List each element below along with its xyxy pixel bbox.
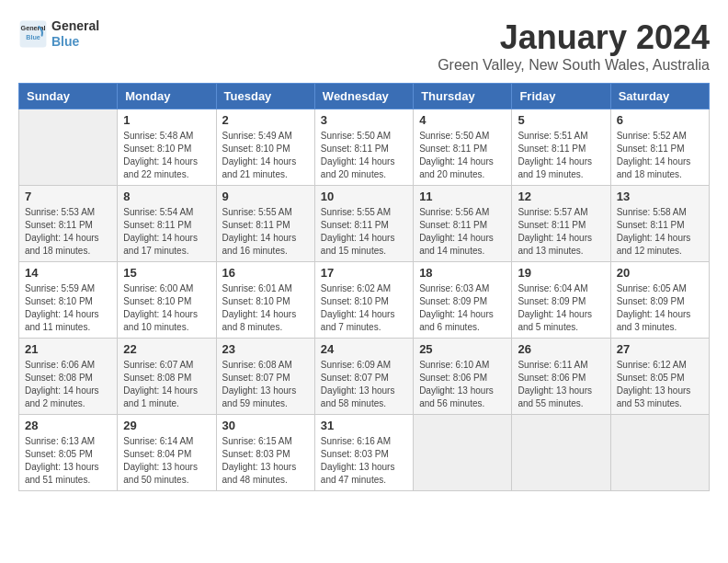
header-thursday: Thursday [414, 84, 512, 109]
day-number: 30 [222, 419, 309, 432]
calendar-cell: 22Sunrise: 6:07 AM Sunset: 8:08 PM Dayli… [118, 339, 216, 415]
week-row-3: 14Sunrise: 5:59 AM Sunset: 8:10 PM Dayli… [19, 262, 710, 339]
calendar-cell: 18Sunrise: 6:03 AM Sunset: 8:09 PM Dayli… [414, 262, 512, 339]
day-number: 22 [123, 342, 210, 356]
calendar-cell: 26Sunrise: 6:11 AM Sunset: 8:06 PM Dayli… [512, 339, 610, 415]
day-number: 13 [617, 190, 703, 203]
day-number: 9 [222, 190, 309, 203]
day-number: 15 [123, 266, 210, 280]
day-info: Sunrise: 5:48 AM Sunset: 8:10 PM Dayligh… [123, 130, 210, 181]
day-number: 4 [419, 113, 506, 127]
calendar-cell: 23Sunrise: 6:08 AM Sunset: 8:07 PM Dayli… [216, 339, 314, 415]
day-number: 5 [518, 113, 604, 127]
calendar-cell: 30Sunrise: 6:15 AM Sunset: 8:03 PM Dayli… [216, 415, 314, 491]
week-row-4: 21Sunrise: 6:06 AM Sunset: 8:08 PM Dayli… [19, 339, 710, 415]
calendar-cell: 29Sunrise: 6:14 AM Sunset: 8:04 PM Dayli… [118, 415, 216, 491]
calendar-cell: 6Sunrise: 5:52 AM Sunset: 8:11 PM Daylig… [610, 109, 709, 186]
day-info: Sunrise: 6:10 AM Sunset: 8:06 PM Dayligh… [419, 359, 506, 410]
header-sunday: Sunday [19, 84, 118, 109]
calendar-cell: 27Sunrise: 6:12 AM Sunset: 8:05 PM Dayli… [610, 339, 709, 415]
calendar-cell [19, 109, 118, 186]
calendar-cell: 8Sunrise: 5:54 AM Sunset: 8:11 PM Daylig… [118, 186, 216, 262]
day-number: 29 [123, 419, 210, 432]
day-info: Sunrise: 6:00 AM Sunset: 8:10 PM Dayligh… [123, 282, 210, 334]
calendar-cell [512, 415, 610, 491]
day-number: 21 [25, 342, 111, 356]
calendar-table: SundayMondayTuesdayWednesdayThursdayFrid… [18, 83, 710, 491]
day-info: Sunrise: 6:02 AM Sunset: 8:10 PM Dayligh… [321, 282, 407, 334]
day-info: Sunrise: 6:06 AM Sunset: 8:08 PM Dayligh… [25, 359, 111, 410]
calendar-cell: 24Sunrise: 6:09 AM Sunset: 8:07 PM Dayli… [314, 339, 413, 415]
calendar-header-row: SundayMondayTuesdayWednesdayThursdayFrid… [19, 84, 710, 109]
day-number: 24 [321, 342, 407, 356]
day-info: Sunrise: 5:56 AM Sunset: 8:11 PM Dayligh… [419, 206, 506, 258]
day-info: Sunrise: 5:51 AM Sunset: 8:11 PM Dayligh… [518, 130, 604, 181]
day-info: Sunrise: 5:49 AM Sunset: 8:10 PM Dayligh… [222, 130, 309, 181]
calendar-cell: 12Sunrise: 5:57 AM Sunset: 8:11 PM Dayli… [512, 186, 610, 262]
calendar-cell [414, 415, 512, 491]
calendar-cell: 4Sunrise: 5:50 AM Sunset: 8:11 PM Daylig… [414, 109, 512, 186]
title-block: January 2024 Green Valley, New South Wal… [438, 18, 710, 74]
calendar-cell: 9Sunrise: 5:55 AM Sunset: 8:11 PM Daylig… [216, 186, 314, 262]
day-number: 31 [321, 419, 407, 432]
calendar-title: January 2024 [438, 18, 710, 57]
calendar-cell: 1Sunrise: 5:48 AM Sunset: 8:10 PM Daylig… [118, 109, 216, 186]
day-info: Sunrise: 5:58 AM Sunset: 8:11 PM Dayligh… [617, 206, 703, 258]
day-info: Sunrise: 5:53 AM Sunset: 8:11 PM Dayligh… [25, 206, 111, 258]
calendar-cell: 19Sunrise: 6:04 AM Sunset: 8:09 PM Dayli… [512, 262, 610, 339]
day-number: 14 [25, 266, 111, 280]
day-info: Sunrise: 6:14 AM Sunset: 8:04 PM Dayligh… [123, 435, 210, 487]
day-number: 19 [518, 266, 604, 280]
calendar-cell: 5Sunrise: 5:51 AM Sunset: 8:11 PM Daylig… [512, 109, 610, 186]
header-wednesday: Wednesday [314, 84, 413, 109]
week-row-2: 7Sunrise: 5:53 AM Sunset: 8:11 PM Daylig… [19, 186, 710, 262]
day-number: 7 [25, 190, 111, 203]
day-info: Sunrise: 6:01 AM Sunset: 8:10 PM Dayligh… [222, 282, 309, 334]
calendar-body: 1Sunrise: 5:48 AM Sunset: 8:10 PM Daylig… [19, 109, 710, 491]
day-number: 26 [518, 342, 604, 356]
calendar-cell: 3Sunrise: 5:50 AM Sunset: 8:11 PM Daylig… [314, 109, 413, 186]
calendar-cell: 16Sunrise: 6:01 AM Sunset: 8:10 PM Dayli… [216, 262, 314, 339]
day-number: 23 [222, 342, 309, 356]
day-number: 16 [222, 266, 309, 280]
day-info: Sunrise: 6:04 AM Sunset: 8:09 PM Dayligh… [518, 282, 604, 334]
day-number: 12 [518, 190, 604, 203]
header-monday: Monday [118, 84, 216, 109]
calendar-cell: 11Sunrise: 5:56 AM Sunset: 8:11 PM Dayli… [414, 186, 512, 262]
page-header: General Blue General Blue January 2024 G… [18, 18, 710, 74]
calendar-cell: 21Sunrise: 6:06 AM Sunset: 8:08 PM Dayli… [19, 339, 118, 415]
day-info: Sunrise: 5:59 AM Sunset: 8:10 PM Dayligh… [25, 282, 111, 334]
day-number: 8 [123, 190, 210, 203]
header-tuesday: Tuesday [216, 84, 314, 109]
day-info: Sunrise: 6:09 AM Sunset: 8:07 PM Dayligh… [321, 359, 407, 410]
day-info: Sunrise: 5:50 AM Sunset: 8:11 PM Dayligh… [419, 130, 506, 181]
day-number: 25 [419, 342, 506, 356]
day-number: 27 [617, 342, 703, 356]
calendar-cell: 20Sunrise: 6:05 AM Sunset: 8:09 PM Dayli… [610, 262, 709, 339]
calendar-cell: 31Sunrise: 6:16 AM Sunset: 8:03 PM Dayli… [314, 415, 413, 491]
day-info: Sunrise: 6:13 AM Sunset: 8:05 PM Dayligh… [25, 435, 111, 487]
calendar-cell: 7Sunrise: 5:53 AM Sunset: 8:11 PM Daylig… [19, 186, 118, 262]
day-number: 28 [25, 419, 111, 432]
day-number: 1 [123, 113, 210, 127]
calendar-cell: 10Sunrise: 5:55 AM Sunset: 8:11 PM Dayli… [314, 186, 413, 262]
day-info: Sunrise: 6:15 AM Sunset: 8:03 PM Dayligh… [222, 435, 309, 487]
day-info: Sunrise: 6:05 AM Sunset: 8:09 PM Dayligh… [617, 282, 703, 334]
calendar-cell: 25Sunrise: 6:10 AM Sunset: 8:06 PM Dayli… [414, 339, 512, 415]
day-number: 2 [222, 113, 309, 127]
header-saturday: Saturday [610, 84, 709, 109]
day-number: 6 [617, 113, 703, 127]
calendar-cell: 28Sunrise: 6:13 AM Sunset: 8:05 PM Dayli… [19, 415, 118, 491]
day-info: Sunrise: 6:11 AM Sunset: 8:06 PM Dayligh… [518, 359, 604, 410]
logo: General Blue General Blue [18, 18, 99, 50]
day-info: Sunrise: 5:54 AM Sunset: 8:11 PM Dayligh… [123, 206, 210, 258]
logo-line1: General [51, 18, 99, 34]
week-row-1: 1Sunrise: 5:48 AM Sunset: 8:10 PM Daylig… [19, 109, 710, 186]
day-number: 3 [321, 113, 407, 127]
day-number: 10 [321, 190, 407, 203]
calendar-cell: 15Sunrise: 6:00 AM Sunset: 8:10 PM Dayli… [118, 262, 216, 339]
logo-line2: Blue [51, 34, 99, 50]
day-info: Sunrise: 6:16 AM Sunset: 8:03 PM Dayligh… [321, 435, 407, 487]
day-number: 20 [617, 266, 703, 280]
header-friday: Friday [512, 84, 610, 109]
